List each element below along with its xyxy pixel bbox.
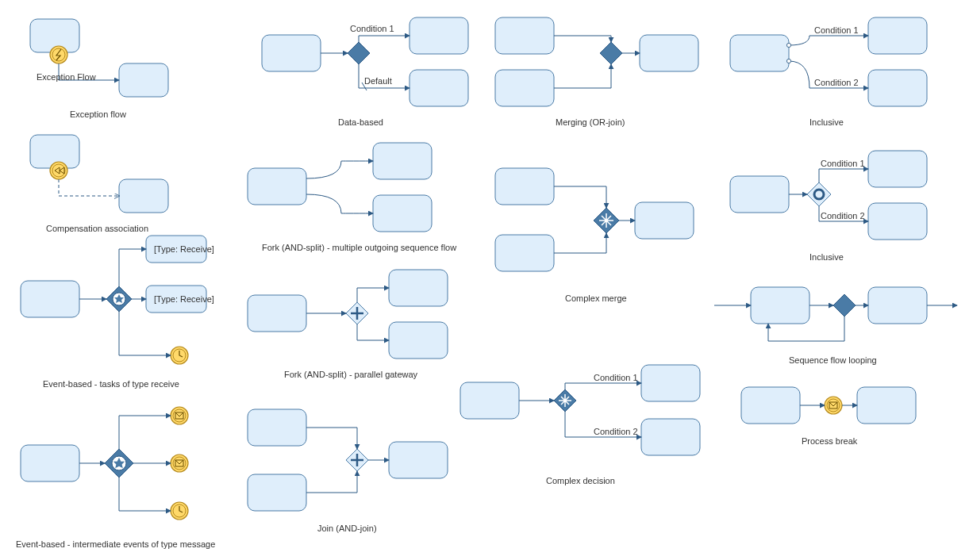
diagram-sequence-looping	[714, 287, 957, 341]
svg-rect-42	[635, 202, 694, 239]
svg-rect-44	[641, 365, 700, 401]
svg-rect-30	[373, 195, 432, 232]
caption-compensation: Compensation association	[46, 224, 148, 233]
svg-rect-49	[730, 176, 789, 213]
caption-complex-merge: Complex merge	[565, 293, 627, 303]
message-event-icon	[171, 455, 188, 472]
edge-label: Exception Flow	[37, 72, 96, 82]
diagram-merging	[495, 17, 698, 106]
task-label-receive2: [Type: Receive]	[154, 294, 214, 304]
svg-rect-51	[868, 151, 927, 187]
edge-label-cond2c: Condition 2	[814, 78, 859, 87]
caption-fork-multi: Fork (AND-split) - multiple outgoing seq…	[262, 243, 456, 252]
edge-label-cond1b: Condition 1	[594, 373, 638, 382]
svg-rect-40	[495, 168, 554, 205]
exclusive-gateway-icon	[833, 294, 856, 316]
diagram-complex-decision	[460, 365, 700, 455]
inclusive-gateway-icon	[807, 182, 831, 206]
caption-complex-decision: Complex decision	[546, 476, 615, 485]
edge-label-cond1: Condition 1	[350, 24, 394, 33]
parallel-gateway-icon	[346, 302, 368, 324]
caption-inclusive1: Inclusive	[809, 117, 844, 127]
edge-label-default: Default	[364, 76, 392, 86]
caption-event-messages: Event-based - intermediate events of typ…	[16, 539, 215, 549]
diagram-event-based-messages	[21, 407, 188, 520]
svg-rect-46	[730, 35, 789, 71]
svg-rect-29	[373, 143, 432, 179]
svg-rect-59	[857, 387, 916, 424]
svg-rect-27	[410, 70, 468, 106]
svg-rect-6	[119, 179, 168, 213]
svg-rect-2	[119, 63, 168, 97]
svg-rect-28	[248, 168, 306, 205]
caption-process-break: Process break	[802, 436, 857, 446]
svg-point-21	[173, 457, 186, 470]
star-gateway-icon	[106, 286, 132, 312]
svg-point-18	[173, 409, 186, 422]
clock-event-icon	[171, 347, 188, 364]
message-event-icon	[171, 407, 188, 424]
svg-rect-15	[21, 445, 79, 481]
svg-rect-34	[248, 409, 306, 446]
svg-rect-43	[460, 382, 519, 419]
diagram-exception-flow	[30, 19, 168, 97]
svg-rect-54	[868, 287, 927, 324]
svg-rect-45	[641, 419, 700, 455]
svg-rect-36	[389, 442, 448, 478]
caption-exception-flow: Exception flow	[70, 109, 126, 119]
svg-rect-47	[868, 17, 927, 54]
edge-label-cond1c: Condition 1	[814, 25, 859, 35]
svg-rect-48	[868, 70, 927, 106]
svg-rect-53	[751, 287, 809, 324]
svg-rect-55	[741, 387, 800, 424]
complex-gateway-icon	[554, 389, 576, 412]
parallel-gateway-icon	[346, 449, 368, 471]
lightning-event-icon	[50, 46, 67, 63]
svg-rect-25	[262, 35, 321, 71]
message-event-icon	[825, 397, 842, 414]
diagram-compensation-association	[30, 135, 168, 213]
edge-label-cond1d: Condition 1	[821, 159, 865, 168]
svg-rect-52	[868, 203, 927, 240]
svg-rect-26	[410, 17, 468, 54]
svg-rect-31	[248, 295, 306, 332]
edge-label-cond2d: Condition 2	[821, 211, 865, 221]
diagram-complex-merge	[495, 168, 694, 271]
complex-gateway-icon	[594, 208, 619, 233]
caption-join: Join (AND-join)	[317, 524, 377, 533]
rewind-event-icon	[50, 162, 67, 179]
caption-merging: Merging (OR-join)	[556, 117, 625, 127]
caption-fork-parallel: Fork (AND-split) - parallel gateway	[284, 370, 417, 379]
svg-rect-32	[389, 270, 448, 306]
svg-rect-39	[640, 35, 698, 71]
svg-rect-38	[495, 70, 554, 106]
star-gateway-icon	[105, 449, 133, 478]
caption-event-tasks: Event-based - tasks of type receive	[43, 379, 179, 389]
svg-rect-35	[248, 474, 306, 511]
svg-rect-9	[21, 281, 79, 317]
task-label-receive1: [Type: Receive]	[154, 244, 214, 254]
svg-rect-41	[495, 235, 554, 271]
svg-point-57	[827, 399, 840, 412]
caption-seq-loop: Sequence flow looping	[789, 355, 877, 365]
diagram-join	[248, 409, 448, 511]
svg-point-4	[52, 48, 65, 61]
diagram-fork-multiple	[248, 143, 432, 232]
edge-label-cond2b: Condition 2	[594, 427, 638, 436]
exclusive-gateway-icon	[348, 42, 370, 64]
svg-rect-33	[389, 322, 448, 359]
caption-data-based: Data-based	[338, 117, 383, 127]
exclusive-gateway-icon	[600, 42, 622, 64]
diagram-fork-parallel	[248, 270, 448, 359]
diagram-process-break	[741, 387, 916, 424]
svg-rect-37	[495, 17, 554, 54]
clock-event-icon	[171, 502, 188, 520]
caption-inclusive2: Inclusive	[809, 252, 844, 262]
